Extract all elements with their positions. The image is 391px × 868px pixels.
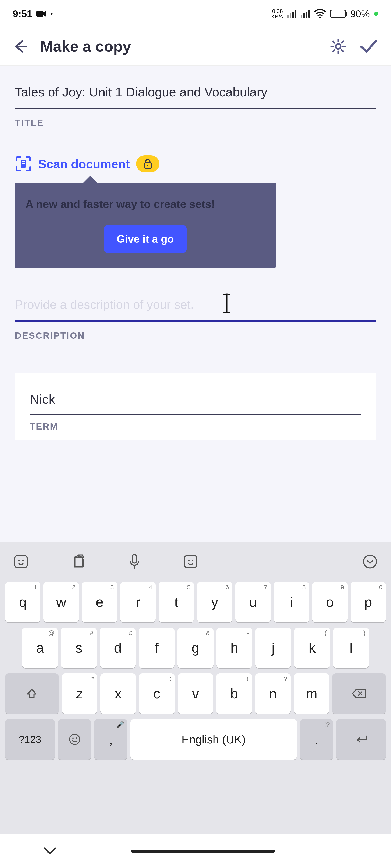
svg-point-10 xyxy=(22,560,24,561)
hide-keyboard-button[interactable] xyxy=(42,846,57,856)
key-e[interactable]: 3e xyxy=(82,582,117,622)
enter-icon xyxy=(354,735,368,744)
svg-rect-0 xyxy=(36,11,43,17)
status-bar: 9:51 • 0.38 KB/s 90% xyxy=(0,0,391,28)
camera-icon xyxy=(36,10,46,18)
network-speed: 0.38 KB/s xyxy=(271,8,283,19)
key-r[interactable]: 4r xyxy=(120,582,156,622)
scan-document-icon xyxy=(15,155,32,172)
settings-button[interactable] xyxy=(330,38,347,55)
dot-icon: • xyxy=(51,10,53,18)
key-q[interactable]: 1q xyxy=(5,582,40,622)
back-button[interactable] xyxy=(13,39,28,54)
battery-icon xyxy=(330,9,346,18)
svg-rect-3 xyxy=(22,161,25,162)
svg-point-16 xyxy=(69,734,80,744)
key-o[interactable]: 9o xyxy=(312,582,348,622)
keyboard-collapse-button[interactable] xyxy=(363,554,378,569)
enter-key[interactable] xyxy=(336,719,386,760)
title-input[interactable]: Tales of Joy: Unit 1 Dialogue and Vocabu… xyxy=(15,83,376,109)
key-a[interactable]: @a xyxy=(22,628,58,668)
svg-point-17 xyxy=(72,738,73,739)
comma-key[interactable]: 🎤, xyxy=(94,719,127,760)
mic-sup-icon: 🎤 xyxy=(116,721,124,728)
key-t[interactable]: 5t xyxy=(159,582,194,622)
svg-rect-2 xyxy=(21,160,26,167)
key-m[interactable]: m xyxy=(294,674,329,714)
signal-bars-2-icon xyxy=(301,10,310,18)
svg-rect-8 xyxy=(15,555,27,568)
smiley-icon xyxy=(69,734,81,745)
key-k[interactable]: (k xyxy=(294,628,330,668)
scan-tooltip: A new and faster way to create sets! Giv… xyxy=(15,183,276,268)
scan-document-button[interactable]: Scan document xyxy=(15,155,376,172)
backspace-key[interactable] xyxy=(332,674,386,714)
form-content: Tales of Joy: Unit 1 Dialogue and Vocabu… xyxy=(0,66,391,542)
emoji-sticker-icon[interactable] xyxy=(13,554,28,569)
description-placeholder: Provide a description of your set. xyxy=(15,298,194,311)
svg-point-14 xyxy=(192,560,193,561)
svg-point-7 xyxy=(147,165,148,166)
shift-icon xyxy=(26,688,38,700)
shift-key[interactable] xyxy=(5,674,59,714)
key-s[interactable]: #s xyxy=(61,628,97,668)
wifi-icon xyxy=(314,9,326,19)
lock-icon xyxy=(143,158,152,169)
svg-point-18 xyxy=(76,738,77,739)
key-n[interactable]: ?n xyxy=(255,674,291,714)
symbols-key[interactable]: ?123 xyxy=(5,719,55,760)
give-it-a-go-button[interactable]: Give it a go xyxy=(104,225,187,253)
svg-rect-12 xyxy=(184,555,197,568)
key-p[interactable]: 0p xyxy=(351,582,386,622)
key-w[interactable]: 2w xyxy=(43,582,79,622)
svg-rect-4 xyxy=(22,163,25,164)
term-label: TERM xyxy=(30,422,361,432)
clock: 9:51 xyxy=(13,8,32,20)
emoji-key[interactable] xyxy=(58,719,91,760)
text-cursor-icon xyxy=(223,293,231,314)
svg-point-15 xyxy=(364,555,377,568)
battery-pct: 90% xyxy=(350,8,370,20)
term-input[interactable]: Nick xyxy=(30,392,361,415)
app-bar: Make a copy xyxy=(0,28,391,66)
period-key[interactable]: !?. xyxy=(300,719,333,760)
key-d[interactable]: £d xyxy=(100,628,136,668)
soft-keyboard: 1q2w3e4r5t6y7u8i9o0p @a#s£d_f&g-h+j(k)l … xyxy=(0,542,391,834)
title-label: TITLE xyxy=(15,118,376,128)
key-z[interactable]: *z xyxy=(62,674,97,714)
key-g[interactable]: &g xyxy=(178,628,213,668)
key-x[interactable]: "x xyxy=(100,674,136,714)
key-f[interactable]: _f xyxy=(139,628,175,668)
confirm-button[interactable] xyxy=(359,38,378,55)
active-dot-icon xyxy=(374,12,378,16)
description-input[interactable]: Provide a description of your set. xyxy=(15,297,376,322)
key-l[interactable]: )l xyxy=(333,628,369,668)
page-title: Make a copy xyxy=(40,38,131,55)
key-h[interactable]: -h xyxy=(216,628,252,668)
description-label: DESCRIPTION xyxy=(15,331,376,341)
key-i[interactable]: 8i xyxy=(274,582,309,622)
clipboard-icon[interactable] xyxy=(71,554,86,569)
svg-rect-5 xyxy=(22,165,24,165)
home-indicator[interactable] xyxy=(131,849,275,852)
svg-point-13 xyxy=(188,560,189,561)
key-c[interactable]: :c xyxy=(139,674,175,714)
emoji-face-icon[interactable] xyxy=(183,554,198,569)
key-v[interactable]: ;v xyxy=(178,674,213,714)
backspace-icon xyxy=(352,688,367,699)
key-y[interactable]: 6y xyxy=(197,582,232,622)
scan-document-label: Scan document xyxy=(38,157,130,171)
key-u[interactable]: 7u xyxy=(235,582,271,622)
mic-icon[interactable] xyxy=(128,553,141,570)
svg-point-1 xyxy=(336,44,341,49)
signal-bars-1-icon xyxy=(287,10,296,18)
key-j[interactable]: +j xyxy=(255,628,291,668)
svg-point-9 xyxy=(18,560,20,561)
term-card: Nick TERM xyxy=(15,373,376,440)
svg-rect-11 xyxy=(132,555,137,563)
spacebar-key[interactable]: English (UK) xyxy=(130,719,297,760)
premium-lock-badge xyxy=(136,155,159,172)
tooltip-text: A new and faster way to create sets! xyxy=(25,198,265,211)
system-nav xyxy=(0,834,391,868)
key-b[interactable]: !b xyxy=(216,674,252,714)
